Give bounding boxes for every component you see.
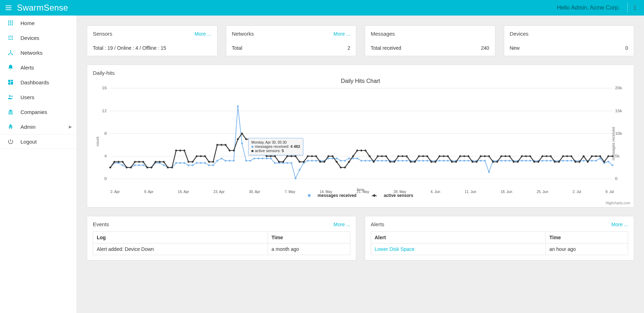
greeting-text: Hello Admin, Acme Corp. [557,5,620,11]
alerts-panel: Alerts More ... Alert Time Lower Disk Sp… [365,216,634,260]
legend-sensors[interactable]: active sensors [368,193,417,198]
events-table: Log Time Alert added: Device Down a mont… [93,231,350,255]
panel-more-link[interactable]: More ... [334,222,350,227]
svg-point-87 [270,158,272,159]
svg-point-107 [352,158,354,159]
sidebar-item-networks[interactable]: Networks [0,45,77,60]
sidebar-item-label: Alerts [20,65,34,71]
svg-text:12: 12 [102,108,107,113]
svg-point-123 [418,160,420,162]
svg-rect-25 [11,82,13,85]
chart-credit[interactable]: Highcharts.com [606,201,630,205]
svg-point-150 [529,160,531,162]
svg-rect-232 [360,149,363,151]
svg-point-155 [550,160,551,162]
card-title: Sensors [93,31,112,37]
svg-text:10k: 10k [615,131,622,135]
card-more-link[interactable]: More ... [334,31,350,37]
svg-rect-272 [525,155,527,157]
svg-point-167 [599,158,601,159]
svg-point-1 [634,7,636,8]
sidebar-item-users[interactable]: Users [0,90,77,104]
sidebar-item-dashboards[interactable]: Dashboards [0,75,77,90]
dashboard-icon [6,79,15,85]
svg-point-98 [315,160,317,162]
chart-y-right-label: messages received [612,127,616,161]
sidebar-item-companies[interactable]: Companies [0,104,77,119]
card-more-link[interactable]: More ... [195,31,211,37]
alerts-col-alert: Alert [371,232,546,243]
svg-point-14 [12,36,13,37]
svg-point-94 [299,169,300,171]
svg-text:20k: 20k [615,86,622,90]
svg-point-91 [286,162,288,164]
svg-point-97 [311,160,313,162]
svg-point-80 [241,143,243,144]
svg-rect-10 [10,24,11,25]
bell-icon [6,64,15,71]
panel-title: Events [93,221,109,227]
panel-title: Alerts [371,221,384,227]
legend-messages[interactable]: messages received [304,193,360,198]
table-row[interactable]: Lower Disk Space an hour ago [371,243,628,255]
svg-point-101 [327,158,329,159]
table-row[interactable]: Alert added: Device Down a month ago [93,243,350,255]
sidebar-item-home[interactable]: Home [0,16,77,30]
svg-rect-29 [10,125,12,126]
kebab-menu-button[interactable] [630,5,640,11]
svg-rect-220 [311,155,313,157]
svg-point-65 [179,162,181,164]
svg-rect-262 [484,155,486,157]
panel-more-link[interactable]: More ... [612,222,628,227]
sidebar-item-label: Dashboards [20,79,49,85]
svg-point-88 [274,162,276,164]
hamburger-menu-button[interactable] [4,4,13,12]
svg-rect-8 [12,23,13,24]
svg-point-159 [566,160,568,162]
power-icon [6,138,15,145]
svg-text:0: 0 [105,176,107,181]
svg-point-104 [340,160,341,162]
svg-point-109 [360,160,362,162]
svg-point-134 [463,160,465,162]
svg-point-74 [216,160,218,162]
grid-icon [6,20,15,26]
alerts-col-time: Time [546,232,628,243]
alerts-cell-alert[interactable]: Lower Disk Space [371,243,546,255]
chart-card: Daily-hits Daily Hits Chart count messag… [87,65,634,207]
chevron-right-icon: ▶ [69,125,72,129]
svg-text:15k: 15k [615,108,622,113]
svg-point-163 [583,160,584,162]
sidebar-item-admin[interactable]: Admin ▶ [0,119,77,134]
svg-point-54 [134,164,136,166]
svg-point-143 [500,160,502,162]
sidebar-item-logout[interactable]: Logout [0,134,77,149]
svg-point-13 [10,36,11,37]
svg-rect-24 [11,80,13,81]
sidebar-item-label: Companies [20,109,47,115]
svg-point-28 [11,96,13,97]
svg-point-68 [192,164,193,166]
svg-point-120 [406,160,407,162]
svg-text:0: 0 [615,176,618,181]
sidebar-item-devices[interactable]: Devices [0,30,77,45]
chart-area[interactable]: Daily Hits Chart count messages received… [93,78,628,205]
svg-rect-26 [8,83,10,85]
svg-point-12 [8,36,10,37]
card-title: Devices [510,31,529,37]
bank-icon [6,109,15,115]
svg-point-85 [262,158,263,159]
svg-rect-5 [12,20,13,22]
sidebar-item-alerts[interactable]: Alerts [0,60,77,75]
svg-rect-11 [12,24,13,25]
hub-icon [6,49,15,56]
svg-rect-31 [9,128,10,129]
svg-rect-277 [545,155,548,157]
card-messages: Messages Total received 240 [365,25,495,56]
users-icon [6,94,15,100]
svg-point-135 [467,160,469,162]
svg-rect-3 [8,20,9,22]
svg-rect-207 [257,138,260,140]
svg-point-133 [459,160,461,162]
svg-point-82 [249,160,251,162]
